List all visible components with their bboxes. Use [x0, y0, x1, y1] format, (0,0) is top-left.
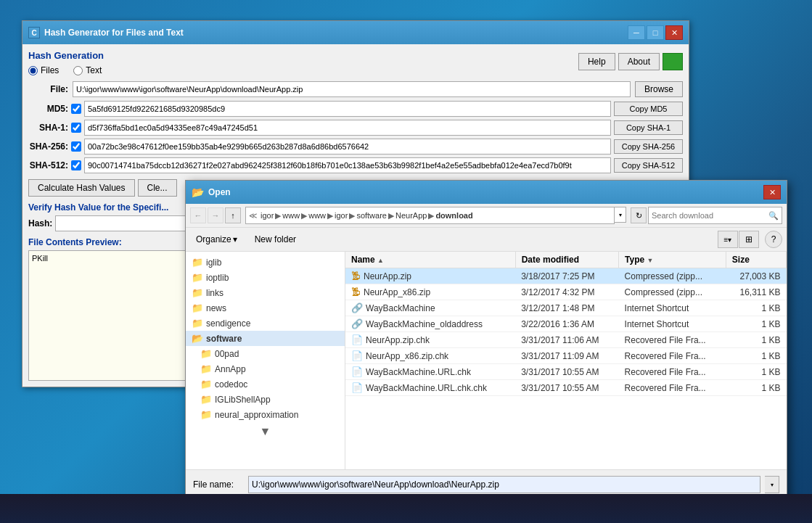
file-date: 3/12/2017 1:48 PM: [515, 300, 618, 316]
organize-button[interactable]: Organize ▾: [190, 233, 243, 246]
copy-sha256-button[interactable]: Copy SHA-256: [614, 139, 683, 154]
copy-md5-button[interactable]: Copy MD5: [614, 102, 683, 116]
sha512-checkbox[interactable]: [71, 160, 81, 170]
folder-label-sendigence: sendigence: [206, 318, 250, 329]
md5-input[interactable]: [84, 101, 611, 117]
refresh-button[interactable]: ↻: [631, 207, 647, 223]
breadcrumb-neurapp[interactable]: NeurApp: [395, 211, 427, 220]
sidebar-folder-links[interactable]: 📁 links: [186, 285, 345, 300]
sha512-row: SHA-512: Copy SHA-512: [28, 157, 683, 173]
sidebar-folder-annapp[interactable]: 📁 AnnApp: [186, 361, 345, 376]
breadcrumb-software[interactable]: software: [356, 211, 387, 220]
dialog-toolbar: ← → ↑ ≪ igor ▶ www ▶ www ▶ igor ▶ softwa…: [186, 204, 787, 228]
sha512-input[interactable]: [84, 157, 611, 173]
sep1: ▶: [275, 211, 281, 221]
breadcrumb-igor[interactable]: igor: [261, 211, 274, 220]
file-date: 3/31/2017 11:06 AM: [515, 332, 618, 348]
breadcrumb-www1[interactable]: www: [282, 211, 300, 220]
breadcrumb-www2[interactable]: www: [308, 211, 326, 220]
dialog-close-button[interactable]: ✕: [763, 185, 781, 199]
table-row[interactable]: 📄 NeurApp_x86.zip.chk 3/31/2017 11:09 AM…: [345, 348, 787, 364]
file-name-cell: 🗜 NeurApp.zip: [345, 268, 515, 284]
view-details-button[interactable]: ≡▾: [718, 231, 738, 248]
file-name: WayBackMachine.URL.chk.chk: [366, 383, 487, 393]
sidebar-folder-software[interactable]: 📂 software: [186, 331, 345, 346]
file-size: 1 KB: [726, 380, 786, 396]
organize-dropdown-icon: ▾: [233, 234, 237, 244]
breadcrumb-igor2[interactable]: igor: [335, 211, 348, 220]
table-row[interactable]: 🗜 NeurApp_x86.zip 3/12/2017 4:32 PM Comp…: [345, 284, 787, 300]
file-type: Internet Shortcut: [619, 316, 726, 332]
sort-arrow: ▲: [377, 257, 384, 264]
copy-sha1-button[interactable]: Copy SHA-1: [614, 120, 683, 135]
sidebar-folder-sendigence[interactable]: 📁 sendigence: [186, 316, 345, 331]
file-date: 3/31/2017 10:55 AM: [515, 364, 618, 380]
maximize-button[interactable]: □: [647, 25, 664, 40]
dialog-help-button[interactable]: ?: [765, 231, 782, 248]
text-radio-option[interactable]: Text: [73, 65, 102, 75]
folder-icon-iglib: 📁: [192, 257, 203, 268]
about-button[interactable]: About: [618, 53, 660, 70]
search-input[interactable]: [652, 211, 766, 220]
help-button[interactable]: Help: [578, 53, 615, 70]
file-type: Internet Shortcut: [619, 300, 726, 316]
table-row[interactable]: 📄 WayBackMachine.URL.chk 3/31/2017 10:55…: [345, 364, 787, 380]
text-radio[interactable]: [73, 66, 83, 75]
close-button[interactable]: ✕: [665, 25, 683, 40]
table-row[interactable]: 📄 NeurApp.zip.chk 3/31/2017 11:06 AM Rec…: [345, 332, 787, 348]
nav-forward-button[interactable]: →: [208, 207, 223, 223]
zip-icon: 🗜: [351, 287, 361, 297]
green-indicator-button[interactable]: [663, 53, 683, 70]
view-layout-button[interactable]: ⊞: [739, 231, 759, 248]
files-radio-option[interactable]: Files: [28, 65, 59, 75]
copy-sha512-button[interactable]: Copy SHA-512: [614, 158, 683, 173]
sidebar-folder-news[interactable]: 📁 news: [186, 300, 345, 316]
col-size[interactable]: Size: [726, 252, 786, 268]
filename-dropdown[interactable]: ▾: [765, 476, 779, 493]
md5-checkbox[interactable]: [71, 104, 81, 114]
files-label: Files: [41, 65, 59, 75]
folder-label-links: links: [206, 288, 223, 298]
clear-button[interactable]: Cle...: [138, 179, 177, 197]
sha256-input[interactable]: [84, 139, 611, 155]
sidebar-folder-codedoc[interactable]: 📁 codedoc: [186, 376, 345, 392]
sha256-checkbox[interactable]: [71, 141, 81, 152]
calculate-button[interactable]: Calculate Hash Values: [28, 179, 135, 197]
sep6: ▶: [428, 211, 434, 221]
folder-label-codedoc: codedoc: [215, 379, 247, 390]
breadcrumb-dropdown[interactable]: ▾: [615, 207, 626, 223]
file-input[interactable]: [73, 81, 631, 97]
sidebar-folder-ioptlib[interactable]: 📁 ioptlib: [186, 270, 345, 285]
table-row[interactable]: 🔗 WayBackMachine 3/12/2017 1:48 PM Inter…: [345, 300, 787, 316]
sep4: ▶: [349, 211, 355, 221]
col-type[interactable]: Type ▼: [619, 252, 726, 268]
sidebar-folder-iglibshellapp[interactable]: 📁 IGLibShellApp: [186, 392, 345, 407]
files-radio[interactable]: [28, 66, 38, 75]
folder-icon-neural: 📁: [200, 409, 212, 420]
file-date: 3/31/2017 11:09 AM: [515, 348, 618, 364]
sha1-checkbox[interactable]: [71, 123, 81, 133]
nav-up-button[interactable]: ↑: [225, 207, 241, 223]
sidebar-folder-00pad[interactable]: 📁 00pad: [186, 346, 345, 361]
browse-button[interactable]: Browse: [635, 81, 683, 97]
filename-input[interactable]: [248, 476, 760, 493]
sha1-input[interactable]: [84, 120, 611, 136]
minimize-button[interactable]: ─: [628, 25, 645, 40]
col-date[interactable]: Date modified: [515, 252, 618, 268]
folder-icon-links: 📁: [192, 287, 203, 298]
nav-back-button[interactable]: ←: [190, 207, 206, 223]
col-name[interactable]: Name ▲: [345, 252, 515, 268]
breadcrumb-download[interactable]: download: [435, 211, 472, 220]
table-row[interactable]: 📄 WayBackMachine.URL.chk.chk 3/31/2017 1…: [345, 380, 787, 396]
sidebar-folder-neural[interactable]: 📁 neural_approximation: [186, 407, 345, 422]
chk-icon: 📄: [351, 350, 363, 361]
sidebar-folder-iglib[interactable]: 📁 iglib: [186, 255, 345, 270]
new-folder-button[interactable]: New folder: [249, 233, 302, 246]
file-size: 16,311 KB: [726, 284, 786, 300]
folder-icon-news: 📁: [192, 302, 203, 313]
file-name: WayBackMachine: [366, 303, 435, 313]
folder-icon-software: 📂: [192, 333, 203, 344]
table-row[interactable]: 🗜 NeurApp.zip 3/18/2017 7:25 PM Compress…: [345, 268, 787, 284]
table-row[interactable]: 🔗 WayBackMachine_oldaddress 3/22/2016 1:…: [345, 316, 787, 332]
shortcut-icon: 🔗: [351, 318, 363, 329]
